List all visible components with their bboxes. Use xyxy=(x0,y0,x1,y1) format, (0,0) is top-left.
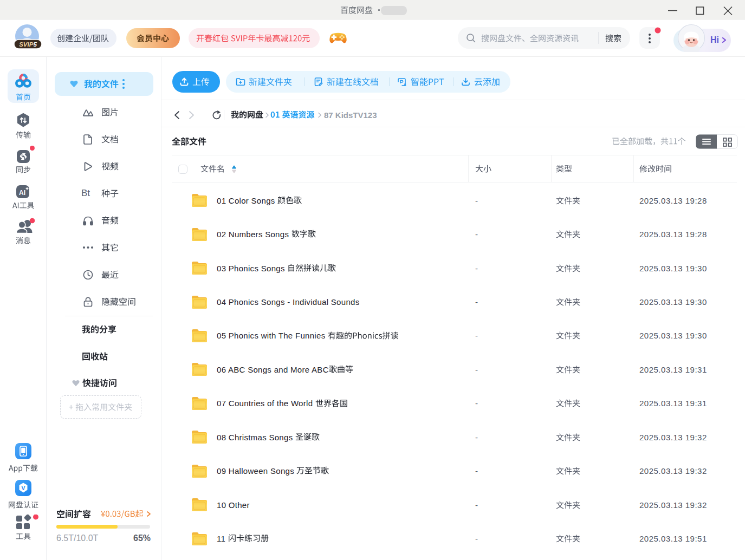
svg-text:SVIP5: SVIP5 xyxy=(19,41,37,48)
svg-text:AI: AI xyxy=(19,189,25,197)
svg-text:AI: AI xyxy=(404,83,406,87)
svg-text:V: V xyxy=(21,485,25,491)
